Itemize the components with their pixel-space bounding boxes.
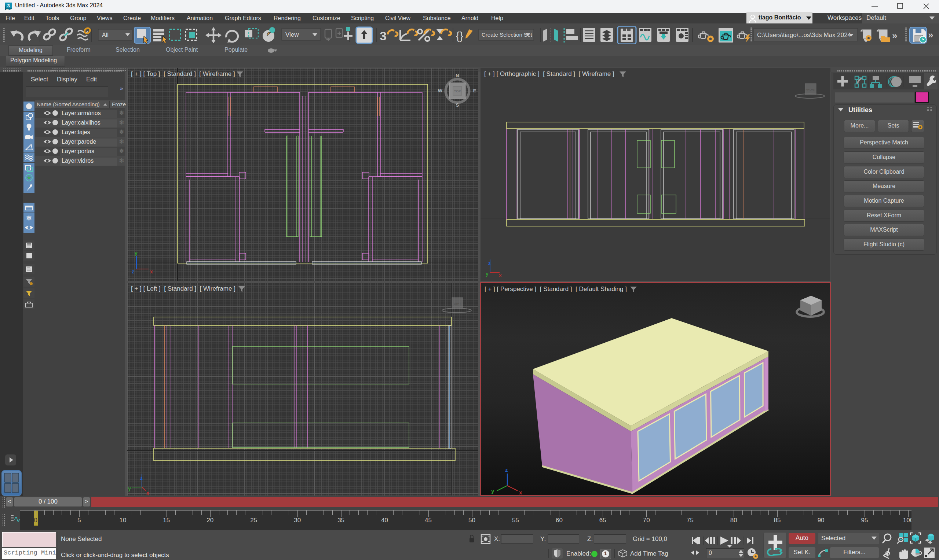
svg-text:x: x — [150, 269, 153, 274]
svg-text:FRONT: FRONT — [805, 88, 816, 91]
svg-text:View: View — [285, 31, 299, 38]
svg-text:z: z — [140, 475, 143, 481]
svg-text:x: x — [499, 272, 502, 278]
svg-text:»: » — [892, 30, 897, 41]
svg-text:y: y — [491, 488, 495, 494]
svg-text:z: z — [488, 260, 491, 266]
svg-text:z: z — [132, 269, 134, 274]
svg-text:y: y — [486, 271, 489, 277]
svg-text:❄: ❄ — [26, 214, 32, 222]
svg-text:x: x — [146, 490, 149, 495]
svg-text:z: z — [505, 466, 508, 473]
svg-text:All: All — [102, 32, 109, 38]
svg-text:C:\Users\tiago\...os\3ds Max 2: C:\Users\tiago\...os\3ds Max 2024 — [757, 32, 851, 38]
svg-text:S: S — [456, 102, 459, 108]
svg-text:LEFT: LEFT — [454, 302, 461, 305]
svg-text:x: x — [519, 489, 522, 495]
svg-text:E: E — [473, 88, 476, 94]
svg-text:y: y — [128, 486, 131, 491]
svg-text:W: W — [438, 88, 443, 94]
svg-text:y: y — [135, 250, 137, 256]
svg-text:{}: {} — [456, 30, 463, 42]
svg-text:MAX: MAX — [6, 9, 11, 11]
svg-text:3: 3 — [379, 29, 387, 43]
svg-text:TOP: TOP — [454, 89, 461, 93]
svg-text:3: 3 — [7, 3, 9, 8]
svg-text:N: N — [456, 73, 459, 78]
svg-text:Create Selection Set: Create Selection Set — [482, 32, 532, 38]
